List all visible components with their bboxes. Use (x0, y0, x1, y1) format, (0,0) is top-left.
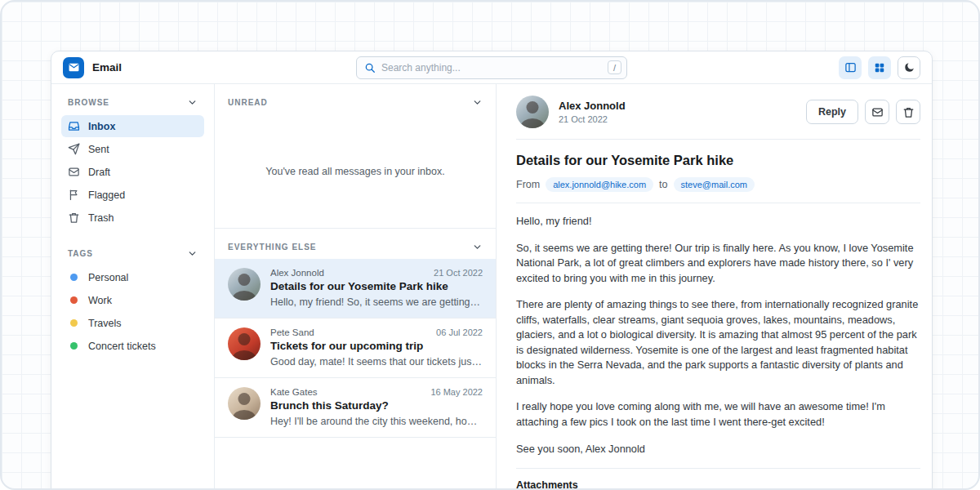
email-preview: Hello, my friend! So, it seems we are ge… (270, 296, 483, 308)
app-header: Email / (51, 51, 932, 84)
flag-icon (68, 189, 80, 201)
email-subject: Tickets for our upcoming trip (270, 340, 483, 352)
delete-button[interactable] (896, 100, 920, 124)
dark-mode-toggle-button[interactable] (898, 56, 920, 79)
chevron-down-icon (187, 97, 198, 108)
detail-subject: Details for our Yosemite Park hike (516, 153, 920, 168)
apps-grid-icon (874, 62, 885, 74)
email-list-column: Unread You've read all messages in your … (215, 84, 497, 490)
email-sender: Pete Sand (270, 327, 314, 337)
browse-section-label: Browse (68, 98, 109, 107)
sidebar-item-label: Inbox (88, 121, 115, 132)
layout-sidebar-icon (844, 61, 857, 74)
tag-item-travels[interactable]: Travels (61, 312, 204, 334)
body-paragraph: There are plenty of amazing things to se… (516, 297, 920, 388)
send-icon (68, 143, 80, 155)
tags-section-label: Tags (68, 249, 93, 258)
detail-header: Alex Jonnold 21 Oct 2022 Reply (516, 96, 920, 128)
desktop-background: Email / (0, 0, 980, 490)
email-subject: Details for our Yosemite Park hike (270, 280, 483, 292)
sidebar: Browse Inbox (51, 84, 215, 490)
chevron-down-icon (472, 97, 483, 108)
forward-mail-button[interactable] (865, 100, 889, 124)
divider (516, 139, 920, 140)
tag-label: Travels (88, 318, 122, 329)
from-email-chip[interactable]: alex.jonnold@hike.com (546, 177, 653, 192)
email-sender: Alex Jonnold (270, 268, 324, 278)
app-title: Email (92, 61, 122, 74)
reply-button[interactable]: Reply (806, 100, 858, 124)
tag-item-concert-tickets[interactable]: Concert tickets (61, 335, 204, 357)
divider (516, 203, 920, 203)
mail-logo-icon (68, 61, 80, 74)
sidebar-item-label: Sent (88, 144, 109, 155)
apps-grid-button[interactable] (868, 56, 891, 79)
unread-empty-message: You've read all messages in your inbox. (215, 114, 496, 229)
email-list-item[interactable]: Kate Gates 16 May 2022 Brunch this Satur… (215, 378, 496, 438)
body-paragraph: Hello, my friend! (516, 214, 920, 229)
search-shortcut-key: / (608, 60, 621, 74)
attachments-label: Attachments (516, 479, 920, 490)
tag-item-work[interactable]: Work (61, 289, 204, 311)
tag-dot-icon (70, 274, 78, 281)
layout-sidebar-button[interactable] (839, 56, 862, 79)
detail-date: 21 Oct 2022 (559, 114, 626, 124)
avatar (228, 327, 261, 360)
inbox-icon (68, 120, 80, 132)
avatar (228, 387, 261, 420)
browse-section-header[interactable]: Browse (61, 97, 204, 108)
search-input[interactable] (381, 62, 602, 74)
unread-section-header[interactable]: Unread (215, 84, 496, 114)
email-item-content: Pete Sand 06 Jul 2022 Tickets for our up… (270, 327, 483, 368)
sidebar-item-label: Draft (88, 167, 110, 178)
tag-dot-icon (70, 342, 78, 350)
email-date: 06 Jul 2022 (436, 327, 483, 337)
tag-item-personal[interactable]: Personal (61, 266, 204, 288)
unread-section-label: Unread (228, 98, 268, 107)
tag-label: Work (88, 295, 112, 306)
tag-dot-icon (70, 296, 78, 304)
main-area: Browse Inbox (51, 84, 932, 490)
tag-dot-icon (70, 319, 78, 327)
detail-sender-block: Alex Jonnold 21 Oct 2022 (559, 100, 626, 124)
to-label: to (659, 179, 667, 190)
email-preview: Hey! I'll be around the city this weeken… (270, 416, 483, 427)
sidebar-item-trash[interactable]: Trash (61, 207, 204, 229)
chevron-down-icon (187, 248, 198, 259)
sidebar-item-label: Flagged (88, 189, 125, 201)
email-item-content: Alex Jonnold 21 Oct 2022 Details for our… (270, 268, 483, 308)
sidebar-item-inbox[interactable]: Inbox (61, 115, 204, 137)
body-paragraph: See you soon, Alex Jonnold (516, 442, 920, 457)
moon-icon (903, 61, 915, 74)
avatar (228, 268, 261, 301)
email-list-item[interactable]: Alex Jonnold 21 Oct 2022 Details for our… (215, 259, 496, 318)
sidebar-item-label: Trash (88, 212, 114, 224)
tag-label: Personal (88, 272, 128, 283)
sidebar-item-draft[interactable]: Draft (61, 161, 204, 183)
email-preview: Good day, mate! It seems that our ticket… (270, 356, 483, 368)
email-body: Hello, my friend! So, it seems we are ge… (516, 214, 920, 457)
from-to-row: From alex.jonnold@hike.com to steve@mail… (516, 177, 920, 192)
email-date: 16 May 2022 (430, 387, 483, 397)
email-sender: Kate Gates (270, 387, 318, 397)
sidebar-item-flagged[interactable]: Flagged (61, 184, 204, 206)
body-paragraph: I really hope you love coming along with… (516, 399, 920, 430)
app-logo (63, 57, 84, 78)
email-app-window: Email / (51, 51, 933, 490)
email-subject: Brunch this Saturday? (270, 399, 483, 412)
sidebar-item-sent[interactable]: Sent (61, 138, 204, 160)
email-detail-pane: Alex Jonnold 21 Oct 2022 Reply (497, 84, 932, 490)
search-icon (364, 62, 376, 74)
tags-section-header[interactable]: Tags (61, 248, 204, 259)
chevron-down-icon (472, 242, 483, 252)
to-email-chip[interactable]: steve@mail.com (674, 177, 755, 192)
search-bar[interactable]: / (356, 56, 627, 79)
detail-sender-name: Alex Jonnold (559, 100, 626, 112)
email-item-content: Kate Gates 16 May 2022 Brunch this Satur… (270, 387, 483, 427)
header-actions (839, 56, 920, 79)
divider (516, 468, 920, 469)
trash-icon (902, 106, 915, 118)
everything-else-section-header[interactable]: Everything else (215, 229, 496, 259)
everything-else-label: Everything else (228, 243, 317, 252)
email-list-item[interactable]: Pete Sand 06 Jul 2022 Tickets for our up… (215, 318, 496, 378)
